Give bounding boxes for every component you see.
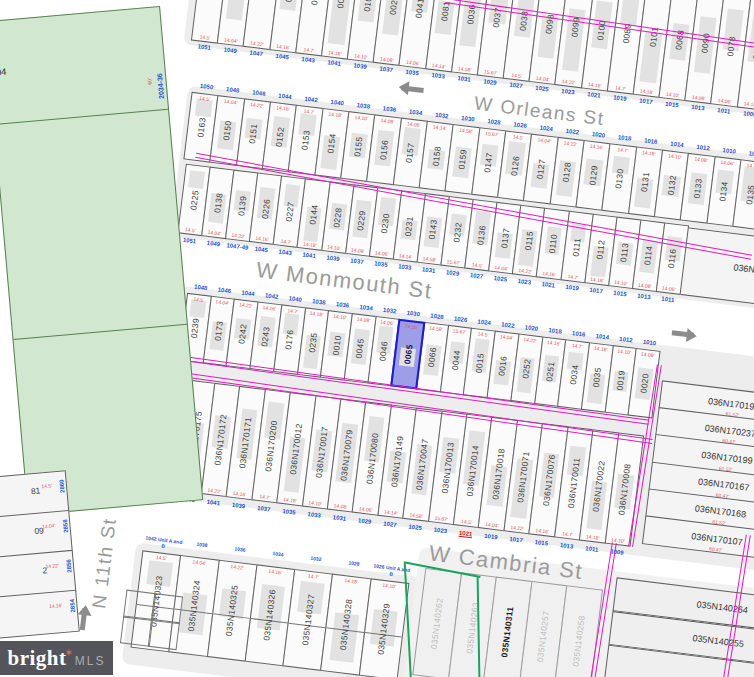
- dimension-label: 15.67': [429, 514, 454, 523]
- dimension-label: 14.18': [322, 49, 348, 58]
- dimension-label: 14.06': [370, 249, 394, 258]
- parcel-id: 04: [0, 67, 7, 78]
- dimension-label: 14.22': [226, 231, 250, 240]
- parcel-id: 035N140255: [692, 633, 744, 649]
- parcel-id: 035N140262: [429, 597, 445, 650]
- dimension-label: 14.06': [714, 158, 740, 167]
- dimension-label: 14.22': [244, 39, 270, 48]
- parcel-id: 0138: [212, 192, 224, 213]
- parcel-id: 0151: [247, 123, 259, 144]
- dimension-label: 14.18': [636, 149, 662, 158]
- dimension-label: 14.10': [328, 312, 351, 321]
- dimension-label: 14.10': [662, 152, 688, 161]
- dimension-label: 74.56': [400, 322, 423, 331]
- dimension-label: 14.10': [348, 52, 374, 61]
- dimension-label: 14.16': [537, 269, 561, 278]
- dimension-label: 15.67': [479, 129, 505, 138]
- dimension-label: 14.04': [489, 264, 513, 273]
- parcel-id: 0111: [571, 237, 583, 257]
- parcel-id: 0129: [587, 165, 599, 186]
- dimension-label: 14.7': [296, 45, 322, 54]
- dimension-label: 14.22': [218, 562, 256, 572]
- dimension-label: 14.7': [608, 84, 634, 93]
- dimension-label: 14.16': [530, 526, 555, 535]
- dimension-label: 15.67': [478, 68, 504, 77]
- parcel-id: 0135: [744, 184, 754, 205]
- parcel-id: 0115: [523, 231, 535, 252]
- dimension-label: 14.16': [542, 338, 565, 347]
- dimension-label: 14.5': [192, 33, 218, 42]
- house-number: 1009: [736, 109, 754, 118]
- parcel-id: 0134: [718, 181, 730, 202]
- dimension-label: 14.08': [375, 116, 401, 125]
- dimension-label: 14.22': [519, 336, 542, 345]
- dimension-label: 14.58': [418, 255, 442, 264]
- logo-star-icon: ✶: [64, 647, 72, 658]
- parcel-id: 0147: [482, 152, 494, 173]
- dimension-label: 14.04': [531, 136, 557, 145]
- parcel-id: 0176: [283, 329, 295, 350]
- parcel-id: 0020: [638, 373, 650, 394]
- dimension-label: 14.06': [657, 284, 681, 293]
- house-number: 2860: [58, 479, 65, 493]
- parcel-id: 0227: [284, 201, 296, 222]
- dimension-label: 14.18': [634, 87, 660, 96]
- dimension-label: 14.14': [378, 508, 403, 517]
- parcel-id: 0034: [567, 364, 579, 385]
- dimension-label: 14.04': [218, 97, 244, 106]
- logo-brand-text: bright: [7, 646, 66, 671]
- parcel-id: 0163: [195, 117, 207, 138]
- dimension-label: 14.08': [352, 315, 375, 324]
- parcel-id: 0242: [236, 323, 248, 344]
- parcel-id: 0010: [330, 335, 342, 356]
- parcel[interactable]: 14.16'2854: [0, 590, 80, 640]
- dimension-label: 14.10': [609, 278, 633, 287]
- parcel-id: 0158: [430, 146, 442, 167]
- parcel-id: 0015: [473, 352, 485, 373]
- dimension-label: 14.5': [179, 225, 203, 234]
- dimension-label: 14.04': [218, 36, 244, 45]
- dimension-label: 14.16': [256, 566, 294, 576]
- parcel-id: 035N140258: [570, 615, 586, 668]
- dimension-label: 14.14': [738, 100, 754, 109]
- dimension-label: 14.08': [374, 55, 400, 64]
- dimension-label: 14.58': [453, 126, 479, 135]
- dimension-label: 15.67': [448, 327, 471, 336]
- dimension-label: 14.16': [584, 142, 610, 151]
- parcel-id: 035N140264: [696, 599, 748, 615]
- bright-mls-logo: bright ✶ MLS: [0, 641, 113, 675]
- dimension-label: 14.7': [555, 529, 580, 538]
- dimension-label: 14.04': [202, 228, 226, 237]
- parcel-id: 0108: [361, 0, 373, 13]
- parcel-id: 0136: [475, 225, 487, 246]
- parcel-id: 0225: [188, 189, 200, 210]
- dimension-label: 14.16': [258, 304, 281, 313]
- dimension-label: 14.5': [471, 330, 494, 339]
- dimension-label: 14.7': [610, 145, 636, 154]
- dimension-label: 14.18': [322, 110, 348, 119]
- one-way-arrow-west-icon: [401, 85, 423, 93]
- parcel-id: 0041: [413, 0, 425, 19]
- dimension-label: 14.08': [633, 281, 657, 290]
- dimension-label: 14.10': [303, 499, 328, 508]
- dimension-label: 14.18': [580, 533, 605, 542]
- logo-mls-text: MLS: [75, 654, 106, 668]
- dimension-label: 14.7': [274, 237, 298, 246]
- parcel-id: 0157: [404, 142, 416, 163]
- dimension-label: 14.16': [582, 80, 608, 89]
- dimension-label: 15.67': [442, 258, 466, 267]
- dimension-label: 14.16': [250, 234, 274, 243]
- dimension-label: 14.18': [332, 576, 370, 586]
- parcel-id: 0153: [299, 129, 311, 150]
- dimension-label: 14.22': [234, 301, 257, 310]
- dimension-label: 14.04': [479, 520, 504, 529]
- dimension-label: 14.08': [686, 93, 712, 102]
- dimension-label: 14.08': [636, 350, 659, 359]
- parcel-map[interactable]: 04 2034-36 60' 8114.5'28600914.04'285821…: [0, 0, 754, 677]
- dimension-label: 14.18': [305, 309, 328, 318]
- dimension-label: 14.22': [202, 486, 227, 495]
- parcel-id: 0116: [666, 248, 678, 269]
- parcel-id: 0065: [402, 344, 414, 365]
- parcel-id: 0132: [665, 174, 677, 195]
- parcel-id: 0046: [377, 341, 389, 362]
